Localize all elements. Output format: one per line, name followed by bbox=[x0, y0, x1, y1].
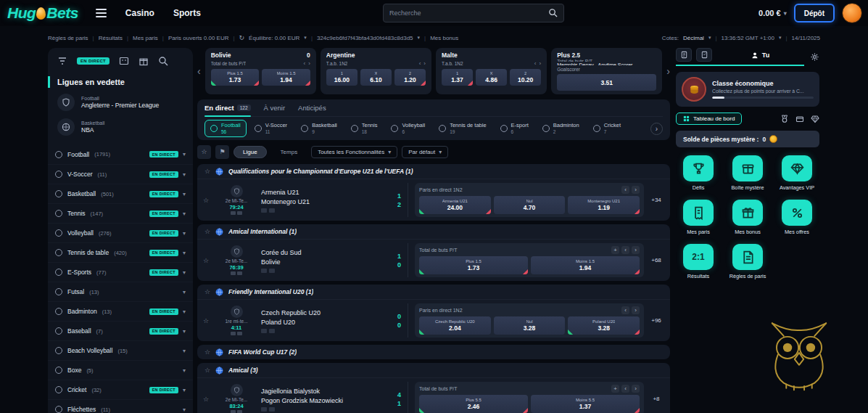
tile-regles-de-paris[interactable]: Règles de paris bbox=[725, 244, 770, 279]
refresh-icon[interactable]: ↻ bbox=[239, 34, 245, 41]
favorite-star-icon[interactable]: ☆ bbox=[204, 288, 210, 295]
league-group-title[interactable]: FIFA World Cup U17 (2) bbox=[228, 348, 297, 356]
market-next-icon[interactable]: › bbox=[632, 385, 640, 393]
favorite-star-icon[interactable]: ☆ bbox=[204, 367, 210, 374]
nav-sports[interactable]: Sports bbox=[173, 8, 201, 18]
filter-temps[interactable]: Temps bbox=[271, 146, 307, 158]
more-markets[interactable]: +96 bbox=[648, 317, 664, 324]
market-prev-icon[interactable]: ‹ bbox=[419, 60, 421, 67]
odds-button[interactable]: 11.37 bbox=[442, 69, 473, 86]
link-mes-paris[interactable]: Mes paris bbox=[133, 35, 158, 41]
stats-icons[interactable] bbox=[231, 271, 242, 275]
sidebar-item-volleyball[interactable]: Volleyball (276) EN DIRECT▾ bbox=[48, 223, 193, 242]
sidebar-item-basketball[interactable]: Basketball (501) EN DIRECT▾ bbox=[48, 184, 193, 203]
scoreboard-icon[interactable] bbox=[119, 56, 129, 66]
market-next-icon[interactable]: › bbox=[632, 186, 640, 194]
favorite-star-icon[interactable]: ☆ bbox=[203, 197, 212, 204]
promo-card-malte[interactable]: Malte T.a.b. 1N2 ‹› 11.37 X4.86 210.20 bbox=[436, 48, 547, 94]
odds-button[interactable]: Moins 5.51.37 bbox=[531, 395, 640, 413]
odds-button[interactable]: Nul4.70 bbox=[494, 196, 566, 214]
carousel-left-icon[interactable]: ‹ bbox=[197, 66, 201, 76]
chevron-down-icon[interactable]: ▾ bbox=[183, 308, 186, 315]
tab-tu[interactable]: Tu bbox=[716, 52, 804, 59]
market-next-icon[interactable]: › bbox=[423, 60, 426, 67]
chevron-down-icon[interactable]: ▾ bbox=[183, 406, 186, 413]
odds-button[interactable]: 3.51 bbox=[557, 74, 656, 91]
odds-button[interactable]: Nul3.28 bbox=[494, 316, 566, 335]
my-bets-icon[interactable] bbox=[696, 48, 712, 62]
tab-a-venir[interactable]: À venir bbox=[264, 99, 286, 116]
tile-mes-paris[interactable]: Mes paris bbox=[676, 200, 721, 235]
sidebar-item-badminton[interactable]: Badminton (13) EN DIRECT▾ bbox=[48, 301, 193, 321]
wallet-icon[interactable] bbox=[795, 115, 804, 123]
chevron-down-icon[interactable]: ▾ bbox=[183, 210, 186, 217]
odds-button[interactable]: Plus 5.52.46 bbox=[419, 395, 528, 413]
tracker-icon[interactable] bbox=[269, 269, 275, 273]
odds-format-value[interactable]: Décimal bbox=[683, 35, 704, 41]
favorite-star-icon[interactable]: ☆ bbox=[203, 396, 212, 403]
stats-icon[interactable] bbox=[261, 329, 267, 333]
match-row[interactable]: ☆ 2e Mi-Te... 79:24 Armenia U21 Monteneg… bbox=[197, 179, 670, 221]
sidebar-item-cricket[interactable]: Cricket (32) EN DIRECT▾ bbox=[48, 380, 193, 399]
favorite-star-icon[interactable]: ☆ bbox=[203, 257, 212, 264]
sidebar-item-boxe[interactable]: Boxe (5) ▾ bbox=[48, 360, 193, 380]
deposit-button[interactable]: Dépôt bbox=[794, 4, 835, 23]
odds-button[interactable]: X6.10 bbox=[360, 69, 392, 86]
chips-next-icon[interactable]: › bbox=[650, 123, 663, 135]
tracker-icon[interactable] bbox=[269, 208, 275, 213]
betslip-icon[interactable] bbox=[676, 48, 692, 62]
tile-avantages-vip[interactable]: Avantages VIP bbox=[774, 155, 819, 191]
more-markets[interactable]: +68 bbox=[648, 257, 664, 263]
filter-icon[interactable] bbox=[57, 56, 67, 66]
market-prev-icon[interactable]: ‹ bbox=[621, 246, 629, 254]
market-prev-icon[interactable]: ‹ bbox=[621, 186, 629, 194]
balance[interactable]: 0.00 € ▾ bbox=[759, 9, 787, 17]
favorites-star-icon[interactable]: ☆ bbox=[197, 145, 211, 159]
odds-button[interactable]: Poland U203.28 bbox=[568, 316, 640, 335]
market-prev-icon[interactable]: ‹ bbox=[534, 60, 537, 67]
more-markets[interactable]: +8 bbox=[648, 396, 664, 402]
sport-chip-badminton[interactable]: Badminton2 bbox=[537, 120, 585, 137]
league-group-title[interactable]: Amical (3) bbox=[228, 367, 258, 374]
chevron-down-icon[interactable]: ▾ bbox=[183, 151, 186, 158]
market-prev-icon[interactable]: ‹ bbox=[621, 306, 629, 314]
sidebar-item-e-sports[interactable]: E-Sports (77) EN DIRECT▾ bbox=[48, 262, 193, 282]
tab-anticipes[interactable]: Anticipés bbox=[298, 99, 326, 116]
odds-button[interactable]: Montenegro U211.19 bbox=[568, 196, 640, 214]
chevron-down-icon[interactable]: ▾ bbox=[183, 328, 186, 335]
chevron-down-icon[interactable]: ▾ bbox=[183, 367, 186, 374]
loyalty-card[interactable]: Classe économique Collectez plus de poin… bbox=[676, 72, 819, 107]
tab-tableau-de-bord[interactable]: Tableau de bord bbox=[676, 113, 742, 125]
odds-button[interactable]: Moins 1.51.94 bbox=[262, 69, 310, 86]
league-group-title[interactable]: Amical International (1) bbox=[228, 228, 297, 235]
sport-chip-tennis[interactable]: Tennis18 bbox=[345, 120, 384, 137]
odds-button[interactable]: Armenia U2124.00 bbox=[419, 196, 491, 214]
link-mes-bonus[interactable]: Mes bonus bbox=[430, 35, 458, 41]
stats-icon[interactable] bbox=[261, 269, 267, 273]
logo[interactable]: Hug Bets bbox=[7, 4, 78, 22]
favorite-star-icon[interactable]: ☆ bbox=[204, 168, 210, 175]
chevron-down-icon[interactable]: ▾ bbox=[183, 269, 186, 276]
market-next-icon[interactable]: › bbox=[632, 306, 640, 314]
tile-defis[interactable]: Défis bbox=[676, 155, 721, 191]
search-bar[interactable] bbox=[383, 4, 564, 23]
featured-league-premier-league[interactable]: Football Angleterre - Premier League bbox=[48, 90, 193, 115]
sport-chip-basketball[interactable]: Basketball9 bbox=[295, 120, 343, 137]
tile-mes-bonus[interactable]: Mes bonus bbox=[725, 200, 770, 235]
search-icon[interactable] bbox=[548, 8, 558, 19]
stats-icon[interactable] bbox=[261, 208, 267, 213]
link-resultats[interactable]: Résultats bbox=[99, 35, 123, 41]
odds-button[interactable]: Moins 1.51.94 bbox=[531, 256, 640, 274]
odds-button[interactable]: 21.20 bbox=[394, 69, 426, 86]
tile-resultats[interactable]: 2:1 Résultats bbox=[676, 244, 721, 279]
odds-button[interactable]: Plus 1.51.73 bbox=[211, 69, 260, 86]
tile-mes-offres[interactable]: Mes offres bbox=[774, 200, 819, 235]
chevron-down-icon[interactable]: ▾ bbox=[183, 289, 186, 295]
market-next-icon[interactable]: › bbox=[632, 246, 640, 254]
favorite-star-icon[interactable]: ☆ bbox=[204, 348, 210, 356]
sort-dropdown[interactable]: Par défaut▾ bbox=[402, 146, 448, 158]
sidebar-item-beach-volleyball[interactable]: Beach Volleyball (15) ▾ bbox=[48, 340, 193, 360]
pin-icon[interactable]: ⚑ bbox=[215, 145, 229, 159]
sidebar-item-tennis[interactable]: Tennis (147) EN DIRECT▾ bbox=[48, 203, 193, 223]
market-next-icon[interactable]: › bbox=[540, 60, 542, 67]
